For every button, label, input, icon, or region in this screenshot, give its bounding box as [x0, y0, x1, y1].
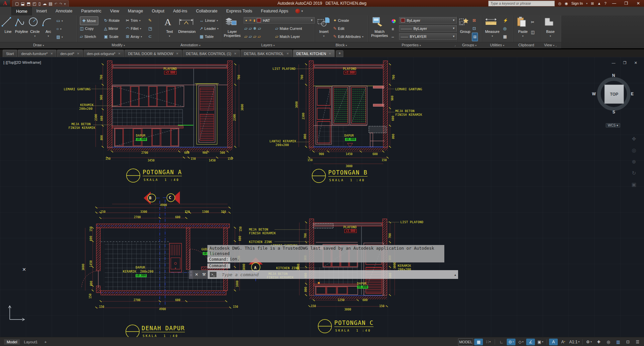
panel-label-annotation[interactable]: Annotation ▾ [159, 42, 221, 48]
panel-label-modify[interactable]: Modify ▾ [77, 42, 159, 48]
edit-block-button[interactable]: ✎Edit [333, 24, 344, 33]
search-icon[interactable]: ◎ [558, 1, 561, 6]
ribbon-tab-home[interactable]: Home [11, 7, 32, 15]
annotation-visibility-toggle[interactable]: A [549, 339, 558, 345]
add-layout-button[interactable]: + [42, 339, 49, 345]
file-tab-close-icon[interactable]: ✕ [176, 52, 179, 55]
drawing-window-buttons[interactable]: — ❐ ✕ [612, 61, 641, 65]
object-snap-tracking-toggle[interactable]: ∠ [526, 339, 535, 345]
lineweight-dropdown[interactable]: ———ByLayer▼ [399, 25, 457, 32]
group-button[interactable]: Group [458, 16, 473, 34]
ellipse-tool[interactable]: ○▾ [56, 25, 61, 33]
clean-screen-icon[interactable]: ⊡ [624, 339, 632, 345]
isolate-objects-icon[interactable]: ◎ [604, 339, 613, 345]
layer-state-icons-1[interactable]: ▱▱❄▱ [244, 24, 261, 33]
signin-dropdown-icon[interactable]: ▾ [586, 2, 588, 5]
annotation-monitor-icon[interactable]: ✚ [594, 339, 603, 345]
autodesk-logo-icon[interactable]: ▲ [597, 1, 601, 5]
ungroup-button[interactable]: ⊠ [473, 16, 476, 24]
viewcube-top-face[interactable]: TOP [604, 85, 624, 104]
command-input[interactable]: >_ ▾ Type a command ▴ [208, 270, 458, 279]
steering-wheel-icon[interactable]: ⊕ [629, 159, 639, 165]
ribbon-tab-output[interactable]: Output [147, 7, 169, 15]
viewcube[interactable]: N W E S TOP [595, 75, 633, 113]
trim-button[interactable]: ✂Trim▾ [126, 16, 141, 24]
base-button[interactable]: Base▾ [543, 16, 558, 38]
ribbon-tab-collaborate[interactable]: Collaborate [192, 7, 222, 15]
arc-button[interactable]: Arc▾ [41, 16, 56, 38]
ribbon-display-toggle[interactable]: ▾ [301, 7, 303, 15]
new-drawing-tab-button[interactable]: + [336, 50, 343, 57]
command-line[interactable]: ⠿⠿ ✕ ⚒ >_ ▾ Type a command ▴ [189, 270, 458, 279]
array-button[interactable]: ⊞Array▾ [126, 33, 142, 41]
file-tab-start[interactable]: Start [3, 50, 17, 57]
ribbon-tab-add-ins[interactable]: Add-ins [169, 7, 192, 15]
quick-select-button[interactable]: ⚡ [503, 16, 508, 24]
ribbon-tab-express-tools[interactable]: Express Tools [222, 7, 257, 15]
offset-button[interactable]: ⊂ [148, 33, 152, 41]
autoscale-toggle[interactable]: A* [559, 339, 567, 345]
ribbon-tab-view[interactable]: View [106, 7, 123, 15]
rotate-button[interactable]: ↻Rotate [104, 16, 119, 24]
viewport-controls[interactable]: [-][Top][2D Wireframe] [3, 60, 41, 64]
panel-label-draw[interactable]: Draw ▾ [0, 42, 77, 48]
close-button[interactable]: ✕ [634, 1, 643, 6]
viewcube-south[interactable]: S [612, 110, 615, 114]
search-input[interactable]: Type a keyword or phrase [488, 1, 555, 6]
minimize-button[interactable]: — [610, 1, 618, 6]
erase-button[interactable]: ✎ [148, 16, 152, 24]
scale-button[interactable]: ▣Scale [104, 33, 118, 41]
dimension-button[interactable]: Dimension [177, 16, 197, 34]
ribbon-tab-annotate[interactable]: Annotate [51, 7, 77, 15]
linear-button[interactable]: ↔Linear▾ [200, 16, 218, 24]
graphics-performance-icon[interactable]: ▥ [614, 339, 623, 345]
measure-button[interactable]: Measure▾ [484, 16, 501, 38]
file-tab-close-icon[interactable]: ✕ [50, 52, 53, 55]
panel-label-groups[interactable]: Groups ▾ [457, 42, 482, 48]
object-snap-toggle[interactable]: ▣▾ [536, 339, 545, 345]
copy-button[interactable]: ◫Copy [80, 24, 94, 33]
polar-tracking-toggle[interactable]: ⊙▾ [507, 339, 515, 345]
panel-label-view[interactable]: View ▾ ⌟ [540, 42, 561, 48]
command-close-icon[interactable]: ✕ [195, 272, 198, 277]
mirror-button[interactable]: ◬Mirror [104, 24, 118, 33]
table-button[interactable]: ▦Table [200, 33, 214, 41]
id-point-button[interactable]: ◎ [503, 24, 506, 33]
infocenter-red-icon[interactable] [295, 9, 300, 13]
ribbon-tab-featured-apps[interactable]: Featured Apps [257, 7, 293, 15]
layer-properties-button[interactable]: Layer Properties [224, 16, 241, 38]
zoom-icon[interactable]: ◎ [629, 147, 639, 153]
restore-button[interactable]: ❐ [622, 1, 631, 6]
stretch-button[interactable]: ▱Stretch [80, 33, 96, 41]
copy-clip-button[interactable]: ◫ [531, 28, 535, 36]
sign-in-button[interactable]: Sign In [572, 1, 583, 5]
circle-button[interactable]: Circle▾ [28, 16, 42, 38]
model-paper-toggle[interactable]: MODEL [458, 338, 473, 346]
layer-state-icons-2[interactable]: ▱▱▱▱ [244, 33, 261, 41]
annotation-scale-button[interactable]: A1:1▾ [568, 339, 580, 345]
command-scroll-up-icon[interactable]: ▴ [454, 273, 456, 277]
color-dropdown[interactable]: ByLayer▼ [399, 17, 457, 23]
cut-button[interactable]: ✂ [531, 18, 534, 26]
edit-attributes-button[interactable]: ✎Edit Attributes▾ [333, 33, 363, 41]
file-tab-detail-bak-kontrol[interactable]: DETAIL BAK KONTROL✕ [241, 50, 292, 57]
file-tab-detail-kitchen[interactable]: DETAIL KITCHEN✕ [293, 50, 335, 57]
leader-button[interactable]: ↗Leader▾ [200, 24, 218, 33]
file-tab-close-icon[interactable]: ✕ [329, 52, 332, 55]
file-tab-den-pot-srbguna-[interactable]: den-pot-srbguna*✕ [84, 50, 124, 57]
command-dropdown-icon[interactable]: ▾ [218, 273, 220, 276]
layer-dropdown-arrow[interactable]: ▼ [310, 19, 313, 22]
panel-label-properties[interactable]: Properties ▾ ⌟ [368, 42, 457, 48]
model-space-tab[interactable]: Model [4, 339, 20, 345]
text-button[interactable]: A Text▾ [162, 16, 177, 38]
layout1-tab[interactable]: Layout1 [21, 339, 40, 345]
create-block-button[interactable]: ✦Create [333, 16, 349, 24]
app-store-icon[interactable]: ⊞ [591, 1, 594, 6]
layer-dropdown[interactable]: ● ☀ ▮ HAT ▼ [244, 17, 315, 23]
ribbon-tab-manage[interactable]: Manage [123, 7, 147, 15]
customization-menu-icon[interactable]: ☰ [633, 339, 642, 345]
line-button[interactable]: Line [1, 16, 15, 34]
viewcube-north[interactable]: N [612, 73, 615, 78]
pan-icon[interactable]: ✥ [629, 136, 639, 142]
match-layer-button[interactable]: ▱Match Layer [275, 33, 300, 41]
